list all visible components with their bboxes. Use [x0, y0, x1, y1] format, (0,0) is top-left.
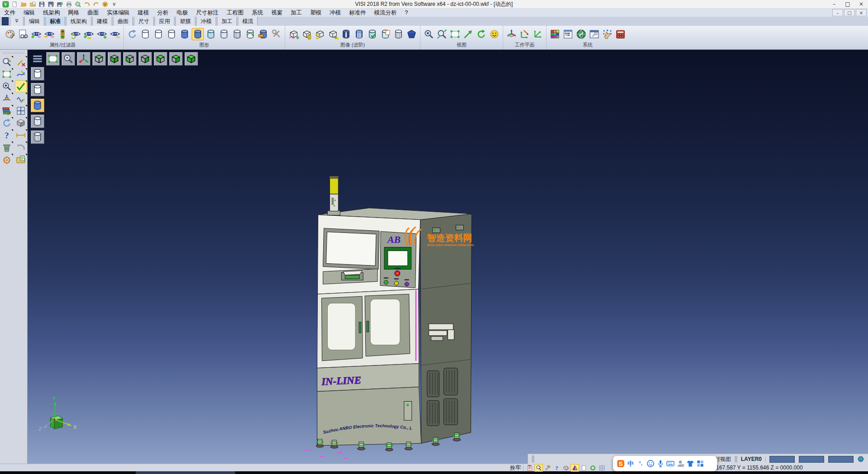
- view-left-icon[interactable]: [123, 52, 137, 66]
- status-pick-edit-icon[interactable]: [535, 465, 542, 471]
- shaded-edges-icon[interactable]: [192, 28, 204, 40]
- open-file-icon[interactable]: [20, 1, 27, 8]
- status-solid-snap-icon[interactable]: [571, 465, 579, 471]
- menu-item-5[interactable]: 曲面: [84, 9, 103, 17]
- status-box-select-icon[interactable]: [562, 465, 570, 471]
- zoom-search-icon[interactable]: [61, 52, 75, 66]
- mdi-close-button[interactable]: ×: [856, 9, 867, 16]
- menu-item-6[interactable]: 实体编辑: [103, 9, 134, 17]
- flat-shaded-icon[interactable]: [218, 28, 230, 40]
- hidden-line-icon[interactable]: [152, 28, 165, 40]
- print-icon[interactable]: [66, 1, 72, 8]
- solid-preview-icon[interactable]: [15, 118, 26, 128]
- dynamic-rotate-icon[interactable]: [475, 28, 487, 40]
- status-help-icon[interactable]: ?: [553, 465, 561, 471]
- tab-9[interactable]: 冲模: [196, 16, 216, 26]
- zoom-frame-icon[interactable]: [46, 52, 60, 66]
- color-table-icon[interactable]: [562, 28, 574, 40]
- solid-box-icon[interactable]: [406, 28, 418, 40]
- ime-keyboard-icon[interactable]: [666, 459, 675, 468]
- filter-icon[interactable]: [57, 28, 69, 40]
- globe-icon[interactable]: [857, 455, 864, 463]
- layer-swatch-2[interactable]: [799, 456, 824, 463]
- menu-item-16[interactable]: 冲模: [326, 9, 345, 17]
- grid-options-icon[interactable]: [614, 28, 627, 40]
- window-minimize-button[interactable]: –: [827, 0, 841, 8]
- tab-4[interactable]: 建模: [92, 16, 112, 26]
- zoom-window-icon[interactable]: [423, 28, 435, 40]
- viewport-menu-icon[interactable]: [31, 52, 44, 66]
- mode-shaded-edges-icon[interactable]: [31, 114, 44, 128]
- attribute-edit-icon[interactable]: [4, 28, 16, 40]
- mdi-minimize-button[interactable]: –: [832, 9, 843, 16]
- mode-shaded-icon[interactable]: [31, 99, 44, 112]
- zoom-box-icon[interactable]: [449, 28, 461, 40]
- shaded-icon[interactable]: [179, 28, 191, 40]
- ime-punctuation-icon[interactable]: °,: [636, 459, 645, 468]
- solid-striped-icon[interactable]: [353, 28, 365, 40]
- menu-item-4[interactable]: 网格: [64, 9, 84, 17]
- view-back-icon[interactable]: [169, 52, 183, 66]
- window-layout-icon[interactable]: [15, 105, 26, 116]
- mdi-restore-button[interactable]: □: [844, 9, 855, 16]
- workplane-align-icon[interactable]: [532, 28, 544, 40]
- menu-item-10[interactable]: 尺寸标注: [192, 9, 223, 17]
- view-isometric-icon[interactable]: [184, 52, 198, 66]
- show-invert-icon[interactable]: [83, 28, 95, 40]
- lock-toggle[interactable]: 拴牢: [510, 464, 521, 472]
- show-refresh-icon[interactable]: [70, 28, 82, 40]
- view-bottom-icon[interactable]: [108, 52, 121, 66]
- layer-swatch-3[interactable]: [828, 456, 854, 463]
- hatched-icon[interactable]: [231, 28, 243, 40]
- frame-select-icon[interactable]: [1, 69, 12, 80]
- import-file-icon[interactable]: [15, 154, 26, 165]
- menu-item-3[interactable]: 线架构: [39, 9, 64, 17]
- attribute-view-icon[interactable]: [17, 28, 29, 40]
- dynamic-pan-icon[interactable]: [462, 28, 474, 40]
- save-all-icon[interactable]: [57, 1, 63, 8]
- graphics-viewport[interactable]: AB IN-LINE Suzhou ANBO Electronic Techno…: [28, 50, 868, 464]
- tab-7[interactable]: 应用: [155, 16, 175, 26]
- status-plane-icon[interactable]: [580, 465, 588, 471]
- confirm-selection-icon[interactable]: [15, 81, 26, 92]
- view-right-icon[interactable]: [138, 52, 152, 66]
- context-help-icon[interactable]: ?: [1, 130, 12, 141]
- ime-language-icon[interactable]: 中: [626, 459, 635, 468]
- visi-logo-icon[interactable]: V: [2, 1, 9, 8]
- shaded-transparent-icon[interactable]: [205, 28, 217, 40]
- sogou-logo-icon[interactable]: S: [616, 459, 625, 468]
- view-face-icon[interactable]: [488, 28, 500, 40]
- system-options-icon[interactable]: [575, 28, 587, 40]
- solid-texture-icon[interactable]: [392, 28, 405, 40]
- delete-entity-icon[interactable]: [1, 142, 12, 153]
- mode-hidden-line-icon[interactable]: [31, 83, 44, 96]
- selection-options-icon[interactable]: [601, 28, 613, 40]
- ime-voice-icon[interactable]: [656, 459, 665, 468]
- new-file-icon[interactable]: [11, 1, 18, 8]
- menu-item-2[interactable]: 编辑: [19, 9, 39, 17]
- ime-toolbox-icon[interactable]: [696, 459, 705, 468]
- view-settings-icon[interactable]: [270, 28, 283, 40]
- status-circle-snap-icon[interactable]: [589, 465, 597, 471]
- window-options-icon[interactable]: [588, 28, 600, 40]
- solid-dark-icon[interactable]: [340, 28, 352, 40]
- redraw-icon[interactable]: [126, 28, 138, 40]
- advanced-refresh-icon[interactable]: [314, 28, 326, 40]
- insert-file-icon[interactable]: [29, 1, 36, 8]
- undo-icon[interactable]: [84, 1, 90, 8]
- advanced-add-icon[interactable]: [288, 28, 300, 40]
- view-top-icon[interactable]: [92, 52, 106, 66]
- status-grid-snap-icon[interactable]: [598, 465, 606, 471]
- tab-5[interactable]: 曲面: [113, 16, 133, 26]
- tab-3[interactable]: 线架构: [66, 16, 91, 26]
- tab-11[interactable]: 模流: [238, 16, 258, 26]
- window-maximize-button[interactable]: □: [841, 0, 854, 8]
- draw-spline-icon[interactable]: [15, 93, 26, 104]
- save-icon[interactable]: [38, 1, 45, 8]
- menu-item-1[interactable]: 文件: [0, 9, 19, 17]
- viewbar-grip[interactable]: [532, 455, 534, 463]
- ime-emoji-icon[interactable]: [646, 459, 655, 468]
- color-palette-icon[interactable]: [549, 28, 561, 40]
- menu-item-13[interactable]: 视窗: [267, 9, 287, 17]
- tab-10[interactable]: 加工: [217, 16, 237, 26]
